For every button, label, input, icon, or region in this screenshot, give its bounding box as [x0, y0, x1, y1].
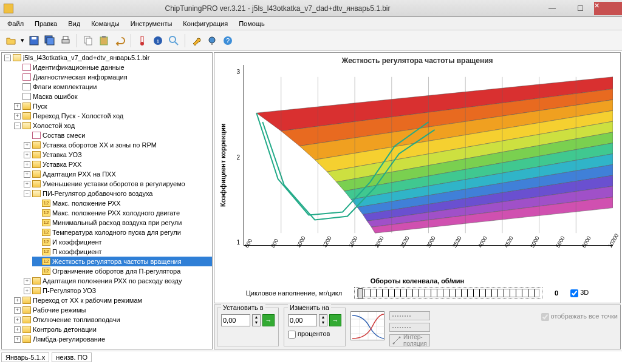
- tree-item[interactable]: Уставка РХХ: [43, 160, 81, 169]
- folder-icon: [32, 180, 41, 187]
- tree-item[interactable]: Минимальный расход воздуха при регули: [52, 218, 182, 228]
- tree-item[interactable]: П-Регулятор УОЗ: [43, 286, 96, 295]
- menu-edit[interactable]: Правка: [30, 19, 62, 29]
- svg-point-11: [140, 42, 144, 46]
- tree-item-selected[interactable]: Жесткость регулятора частоты вращения: [52, 257, 182, 266]
- tree-item[interactable]: Переход Пуск - Холостой ход: [33, 111, 123, 121]
- expand-icon[interactable]: +: [14, 307, 21, 314]
- set-value-group: Установить в ▲▼ →: [217, 308, 279, 346]
- tree-item[interactable]: Рабочие режимы: [33, 305, 86, 315]
- checkbox-percent[interactable]: процентов: [288, 330, 341, 339]
- tree-item[interactable]: Пуск: [33, 101, 47, 111]
- menu-view[interactable]: Вид: [63, 19, 85, 29]
- expand-icon[interactable]: −: [24, 190, 30, 197]
- folder-icon: [32, 141, 41, 149]
- paste-button[interactable]: [97, 33, 111, 48]
- menubar: Файл Правка Вид Команды Инструменты Конф…: [0, 17, 622, 30]
- expand-icon[interactable]: +: [24, 288, 30, 294]
- tree-item[interactable]: Флаги комплектации: [33, 82, 97, 92]
- window-title: ChipTuningPRO ver.3.21 - j5ls_l43otkatka…: [17, 4, 538, 13]
- open-dropdown-icon[interactable]: ▾: [19, 33, 26, 48]
- svg-rect-17: [211, 43, 213, 45]
- expand-icon[interactable]: +: [14, 297, 21, 304]
- svg-point-14: [169, 36, 176, 42]
- set-value-apply[interactable]: →: [262, 314, 275, 326]
- tree-item[interactable]: ПИ-Регулятор добавочного воздуха: [43, 189, 152, 198]
- menu-commands[interactable]: Команды: [86, 19, 125, 29]
- tool-wrench-icon[interactable]: [189, 33, 203, 48]
- help-button[interactable]: ?: [220, 33, 235, 48]
- change-value-input[interactable]: [288, 314, 317, 326]
- tree-item[interactable]: Холостой ход: [33, 121, 75, 130]
- info-button[interactable]: i: [151, 33, 165, 48]
- y-ticks: 3 2 1: [228, 65, 241, 246]
- tree-panel[interactable]: −j5ls_l43otkatka_v7_dad+dtv_январь5.1.bi…: [1, 52, 213, 349]
- tree-item[interactable]: Адаптация РХХ на ПХХ: [43, 169, 116, 179]
- folder-icon: [32, 287, 41, 294]
- tree-item[interactable]: Ограничение оборотов для П-регулятора: [52, 266, 180, 276]
- globe-icon[interactable]: [205, 33, 219, 48]
- svg-line-15: [175, 42, 178, 45]
- save-button[interactable]: [27, 33, 41, 48]
- flag-icon: [22, 83, 31, 90]
- tree-item[interactable]: Уставка УОЗ: [43, 150, 82, 160]
- expand-icon[interactable]: +: [24, 142, 30, 149]
- search-button[interactable]: [166, 33, 181, 48]
- expand-icon[interactable]: −: [4, 55, 11, 61]
- undo-button[interactable]: [112, 33, 127, 48]
- set-value-input[interactable]: [221, 314, 250, 326]
- change-value-apply[interactable]: →: [329, 314, 341, 326]
- tree-item[interactable]: Диагностическая информация: [33, 72, 128, 82]
- tree-root[interactable]: j5ls_l43otkatka_v7_dad+dtv_январь5.1.bir: [23, 53, 149, 62]
- expand-icon[interactable]: +: [14, 336, 21, 343]
- tree-item[interactable]: Уменьшение уставки оборотов в регулируем…: [43, 179, 185, 189]
- tree-item[interactable]: Контроль детонации: [33, 325, 97, 334]
- menu-tools[interactable]: Инструменты: [126, 19, 177, 29]
- tree-item[interactable]: Отключение топливоподачи: [33, 315, 120, 325]
- dotted-line-button-2[interactable]: [389, 323, 430, 332]
- checkbox-3d[interactable]: 3D: [570, 289, 589, 297]
- thermometer-icon[interactable]: [135, 33, 149, 48]
- expand-icon[interactable]: +: [24, 152, 30, 158]
- expand-icon[interactable]: +: [24, 278, 30, 285]
- menu-config[interactable]: Конфигурация: [178, 19, 233, 29]
- expand-icon[interactable]: +: [14, 317, 21, 323]
- menu-file[interactable]: Файл: [2, 19, 29, 29]
- open-button[interactable]: [4, 33, 18, 48]
- map-icon: 12: [42, 219, 50, 226]
- tree-item[interactable]: Адаптация положения РХХ по расходу возду: [43, 276, 182, 286]
- tree-item[interactable]: Макс. положение РХХ: [52, 198, 121, 208]
- interpolation-button[interactable]: Интер- поляция: [389, 334, 430, 346]
- z-slider[interactable]: [357, 289, 539, 297]
- tree-item[interactable]: Макс. положение РХХ холодного двигате: [52, 208, 180, 218]
- expand-icon[interactable]: +: [24, 171, 30, 178]
- maximize-button[interactable]: ☐: [566, 2, 594, 15]
- dotted-line-button-1[interactable]: [389, 311, 430, 320]
- copy-button[interactable]: [81, 33, 95, 48]
- expand-icon[interactable]: +: [14, 113, 21, 120]
- tree-item[interactable]: Уставка оборотов ХХ и зоны по RPM: [43, 140, 157, 150]
- change-value-spinner[interactable]: ▲▼: [319, 314, 327, 326]
- tree-item[interactable]: Маска ошибок: [33, 92, 77, 101]
- expand-icon[interactable]: −: [14, 123, 21, 129]
- tree-item[interactable]: И коэффициент: [52, 237, 102, 247]
- expand-icon[interactable]: +: [14, 103, 21, 110]
- menu-help[interactable]: Помощь: [234, 19, 270, 29]
- checkbox-show-all-points[interactable]: отображать все точки: [541, 312, 618, 321]
- surface-3d[interactable]: [244, 65, 613, 246]
- tree-item[interactable]: Переход от ХХ к рабочим режимам: [33, 295, 142, 305]
- expand-icon[interactable]: +: [14, 326, 21, 333]
- print-button[interactable]: [58, 33, 73, 48]
- tree-item[interactable]: Лямбда-регулирование: [33, 334, 105, 344]
- expand-icon[interactable]: +: [24, 161, 30, 168]
- tree-item[interactable]: Состав смеси: [43, 130, 85, 140]
- expand-icon[interactable]: +: [24, 181, 30, 187]
- save-all-button[interactable]: [43, 33, 57, 48]
- tree-item[interactable]: П коэффициент: [52, 247, 102, 257]
- close-button[interactable]: ✕: [594, 2, 622, 15]
- minimize-button[interactable]: —: [538, 2, 566, 15]
- tree-item[interactable]: Идентификационные данные: [33, 62, 125, 72]
- tree-item[interactable]: Температура холодного пуска для регули: [52, 228, 181, 237]
- set-value-spinner[interactable]: ▲▼: [252, 314, 261, 326]
- svg-rect-7: [86, 38, 92, 45]
